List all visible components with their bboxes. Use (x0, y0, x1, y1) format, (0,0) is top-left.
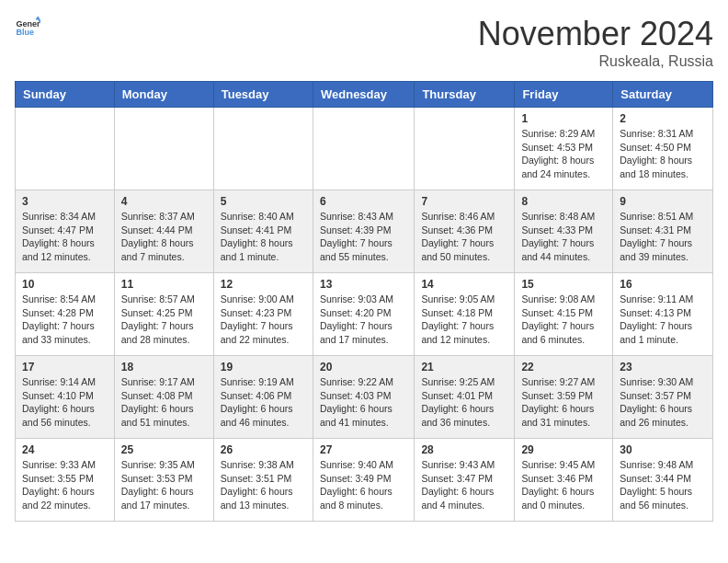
calendar-week-row: 17 Sunrise: 9:14 AMSunset: 4:10 PMDaylig… (16, 356, 713, 439)
day-info: Sunrise: 8:54 AMSunset: 4:28 PMDaylight:… (22, 293, 96, 345)
day-number: 27 (320, 443, 407, 456)
logo-icon: General Blue (15, 15, 40, 40)
day-number: 25 (121, 443, 207, 456)
day-info: Sunrise: 9:11 AMSunset: 4:13 PMDaylight:… (620, 293, 693, 345)
calendar-cell: 25 Sunrise: 9:35 AMSunset: 3:53 PMDaylig… (114, 439, 213, 522)
calendar-cell: 1 Sunrise: 8:29 AMSunset: 4:53 PMDayligh… (515, 108, 613, 190)
col-monday: Monday (114, 82, 213, 108)
svg-marker-2 (35, 16, 40, 19)
day-number: 2 (620, 112, 706, 125)
location-title: Ruskeala, Russia (478, 53, 713, 70)
calendar-week-row: 1 Sunrise: 8:29 AMSunset: 4:53 PMDayligh… (16, 108, 713, 190)
calendar-cell: 23 Sunrise: 9:30 AMSunset: 3:57 PMDaylig… (613, 356, 713, 439)
day-info: Sunrise: 8:31 AMSunset: 4:50 PMDaylight:… (620, 128, 693, 179)
day-number: 9 (620, 195, 706, 208)
day-number: 1 (521, 112, 606, 125)
calendar-cell: 11 Sunrise: 8:57 AMSunset: 4:25 PMDaylig… (114, 273, 213, 356)
calendar-cell: 3 Sunrise: 8:34 AMSunset: 4:47 PMDayligh… (16, 190, 115, 273)
day-info: Sunrise: 9:08 AMSunset: 4:15 PMDaylight:… (521, 293, 595, 345)
svg-text:General: General (16, 19, 40, 29)
calendar-cell: 30 Sunrise: 9:48 AMSunset: 3:44 PMDaylig… (613, 439, 713, 522)
calendar-cell (313, 108, 414, 190)
day-info: Sunrise: 9:40 AMSunset: 3:49 PMDaylight:… (320, 459, 393, 511)
day-number: 18 (121, 361, 207, 373)
day-info: Sunrise: 9:25 AMSunset: 4:01 PMDaylight:… (421, 376, 495, 428)
day-number: 30 (620, 443, 706, 456)
calendar-cell (114, 108, 213, 190)
day-info: Sunrise: 8:34 AMSunset: 4:47 PMDaylight:… (22, 211, 96, 262)
day-info: Sunrise: 9:35 AMSunset: 3:53 PMDaylight:… (121, 459, 195, 511)
calendar-cell: 15 Sunrise: 9:08 AMSunset: 4:15 PMDaylig… (515, 273, 613, 356)
col-sunday: Sunday (16, 82, 115, 108)
calendar-cell: 18 Sunrise: 9:17 AMSunset: 4:08 PMDaylig… (114, 356, 213, 439)
calendar-header-row: Sunday Monday Tuesday Wednesday Thursday… (16, 82, 713, 108)
day-info: Sunrise: 8:46 AMSunset: 4:36 PMDaylight:… (421, 211, 495, 262)
page-header: General Blue November 2024 Ruskeala, Rus… (15, 15, 713, 70)
day-number: 5 (221, 195, 306, 208)
day-number: 12 (221, 278, 306, 291)
day-info: Sunrise: 8:57 AMSunset: 4:25 PMDaylight:… (121, 293, 195, 345)
calendar-cell (16, 108, 115, 190)
calendar-cell: 4 Sunrise: 8:37 AMSunset: 4:44 PMDayligh… (114, 190, 213, 273)
calendar-cell (415, 108, 515, 190)
col-saturday: Saturday (613, 82, 713, 108)
day-number: 23 (620, 361, 706, 373)
day-number: 21 (421, 361, 507, 373)
day-info: Sunrise: 9:00 AMSunset: 4:23 PMDaylight:… (221, 293, 294, 345)
day-info: Sunrise: 9:30 AMSunset: 3:57 PMDaylight:… (620, 376, 693, 428)
title-section: November 2024 Ruskeala, Russia (478, 15, 713, 70)
calendar-cell: 2 Sunrise: 8:31 AMSunset: 4:50 PMDayligh… (613, 108, 713, 190)
calendar-week-row: 24 Sunrise: 9:33 AMSunset: 3:55 PMDaylig… (16, 439, 713, 522)
day-info: Sunrise: 9:19 AMSunset: 4:06 PMDaylight:… (221, 376, 294, 428)
col-friday: Friday (515, 82, 613, 108)
day-info: Sunrise: 8:37 AMSunset: 4:44 PMDaylight:… (121, 211, 195, 262)
calendar-cell: 26 Sunrise: 9:38 AMSunset: 3:51 PMDaylig… (213, 439, 313, 522)
svg-text:Blue: Blue (16, 28, 34, 37)
calendar-cell (213, 108, 313, 190)
day-info: Sunrise: 8:48 AMSunset: 4:33 PMDaylight:… (521, 211, 595, 262)
day-info: Sunrise: 8:43 AMSunset: 4:39 PMDaylight:… (320, 211, 393, 262)
day-number: 11 (121, 278, 207, 291)
day-info: Sunrise: 9:22 AMSunset: 4:03 PMDaylight:… (320, 376, 393, 428)
calendar-cell: 24 Sunrise: 9:33 AMSunset: 3:55 PMDaylig… (16, 439, 115, 522)
calendar-cell: 13 Sunrise: 9:03 AMSunset: 4:20 PMDaylig… (313, 273, 414, 356)
day-info: Sunrise: 8:29 AMSunset: 4:53 PMDaylight:… (521, 128, 595, 179)
day-info: Sunrise: 8:40 AMSunset: 4:41 PMDaylight:… (221, 211, 294, 262)
calendar-cell: 9 Sunrise: 8:51 AMSunset: 4:31 PMDayligh… (613, 190, 713, 273)
calendar-cell: 14 Sunrise: 9:05 AMSunset: 4:18 PMDaylig… (415, 273, 515, 356)
day-number: 10 (22, 278, 108, 291)
day-info: Sunrise: 9:14 AMSunset: 4:10 PMDaylight:… (22, 376, 96, 428)
day-info: Sunrise: 9:17 AMSunset: 4:08 PMDaylight:… (121, 376, 195, 428)
calendar-cell: 12 Sunrise: 9:00 AMSunset: 4:23 PMDaylig… (213, 273, 313, 356)
col-tuesday: Tuesday (213, 82, 313, 108)
calendar-cell: 20 Sunrise: 9:22 AMSunset: 4:03 PMDaylig… (313, 356, 414, 439)
day-number: 7 (421, 195, 507, 208)
calendar-cell: 22 Sunrise: 9:27 AMSunset: 3:59 PMDaylig… (515, 356, 613, 439)
day-number: 17 (22, 361, 108, 373)
day-number: 19 (221, 361, 306, 373)
day-number: 8 (521, 195, 606, 208)
logo: General Blue (15, 15, 40, 40)
calendar-cell: 5 Sunrise: 8:40 AMSunset: 4:41 PMDayligh… (213, 190, 313, 273)
day-info: Sunrise: 9:03 AMSunset: 4:20 PMDaylight:… (320, 293, 393, 345)
day-info: Sunrise: 9:05 AMSunset: 4:18 PMDaylight:… (421, 293, 495, 345)
day-info: Sunrise: 9:33 AMSunset: 3:55 PMDaylight:… (22, 459, 96, 511)
day-number: 6 (320, 195, 407, 208)
day-number: 4 (121, 195, 207, 208)
day-info: Sunrise: 9:27 AMSunset: 3:59 PMDaylight:… (521, 376, 595, 428)
col-thursday: Thursday (415, 82, 515, 108)
calendar-cell: 27 Sunrise: 9:40 AMSunset: 3:49 PMDaylig… (313, 439, 414, 522)
calendar-cell: 8 Sunrise: 8:48 AMSunset: 4:33 PMDayligh… (515, 190, 613, 273)
day-info: Sunrise: 8:51 AMSunset: 4:31 PMDaylight:… (620, 211, 693, 262)
calendar-cell: 28 Sunrise: 9:43 AMSunset: 3:47 PMDaylig… (415, 439, 515, 522)
col-wednesday: Wednesday (313, 82, 414, 108)
calendar-cell: 6 Sunrise: 8:43 AMSunset: 4:39 PMDayligh… (313, 190, 414, 273)
calendar-cell: 21 Sunrise: 9:25 AMSunset: 4:01 PMDaylig… (415, 356, 515, 439)
month-title: November 2024 (478, 15, 713, 53)
day-info: Sunrise: 9:38 AMSunset: 3:51 PMDaylight:… (221, 459, 294, 511)
day-info: Sunrise: 9:43 AMSunset: 3:47 PMDaylight:… (421, 459, 495, 511)
day-info: Sunrise: 9:48 AMSunset: 3:44 PMDaylight:… (620, 459, 693, 511)
day-number: 26 (221, 443, 306, 456)
day-number: 16 (620, 278, 706, 291)
calendar-cell: 16 Sunrise: 9:11 AMSunset: 4:13 PMDaylig… (613, 273, 713, 356)
